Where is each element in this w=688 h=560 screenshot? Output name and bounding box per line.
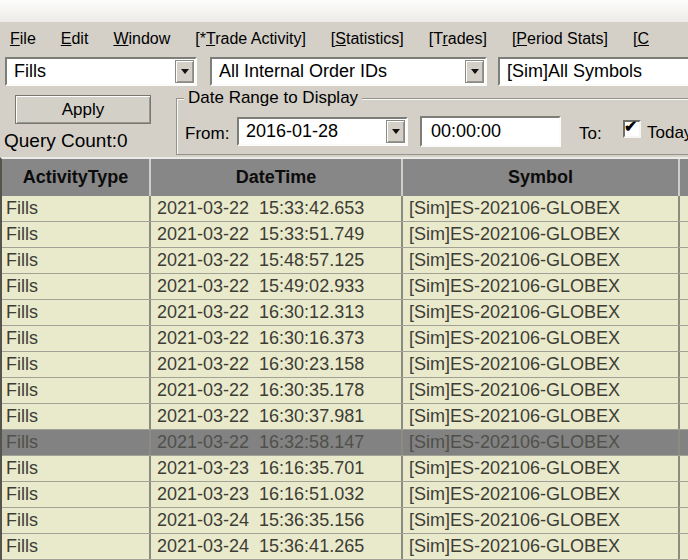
dropdown-arrow-icon[interactable] (465, 60, 484, 83)
cell-datetime: 2021-03-22 16:30:16.373 (151, 326, 403, 351)
symbol-combo[interactable]: [Sim]All Symbols (498, 57, 688, 86)
row-filler (680, 404, 688, 429)
table-row[interactable]: Fills2021-03-22 15:48:57.125[Sim]ES-2021… (2, 248, 688, 274)
header-cell-activity-type[interactable]: ActivityType (2, 159, 151, 196)
cell-datetime: 2021-03-22 15:49:02.933 (151, 274, 403, 299)
table-row[interactable]: Fills2021-03-22 16:30:37.981[Sim]ES-2021… (2, 404, 688, 430)
cell-datetime: 2021-03-22 16:30:37.981 (151, 404, 403, 429)
row-filler (680, 508, 688, 533)
triangle-down-icon (471, 69, 479, 74)
today-checkbox[interactable]: ✔ (623, 120, 641, 138)
table-row[interactable]: Fills2021-03-23 16:16:51.032[Sim]ES-2021… (2, 482, 688, 508)
table-body: Fills2021-03-22 15:33:42.653[Sim]ES-2021… (2, 196, 688, 560)
cell-activity: Fills (2, 352, 151, 377)
row-filler (680, 534, 688, 559)
menu-item-statistics[interactable]: [Statistics] (331, 30, 404, 48)
order-id-value: All Internal Order IDs (219, 61, 387, 81)
row-filler (680, 326, 688, 351)
cell-activity: Fills (2, 222, 151, 247)
menu-item-window[interactable]: Window (113, 30, 170, 48)
cell-datetime: 2021-03-23 16:16:51.032 (151, 482, 403, 507)
window-top-edge (0, 0, 688, 22)
menu-item-trade-activity[interactable]: [*Trade Activity] (195, 30, 306, 48)
cell-activity: Fills (2, 482, 151, 507)
table-row[interactable]: Fills2021-03-22 15:33:51.749[Sim]ES-2021… (2, 222, 688, 248)
from-date-combo[interactable]: 2016-01-28 (237, 117, 408, 146)
row-filler (680, 378, 688, 403)
order-id-combo[interactable]: All Internal Order IDs (210, 57, 487, 86)
header-cell-symbol[interactable]: Symbol (403, 159, 680, 196)
cell-symbol: [Sim]ES-202106-GLOBEX (403, 404, 680, 429)
cell-datetime: 2021-03-23 16:16:35.701 (151, 456, 403, 481)
activity-type-value: Fills (14, 61, 46, 81)
apply-button[interactable]: Apply (15, 95, 151, 124)
cell-activity: Fills (2, 378, 151, 403)
menu-bar: File Edit Window [*Trade Activity] [Stat… (0, 22, 688, 56)
cell-symbol: [Sim]ES-202106-GLOBEX (403, 326, 680, 351)
table-row[interactable]: Fills2021-03-22 15:49:02.933[Sim]ES-2021… (2, 274, 688, 300)
cell-symbol: [Sim]ES-202106-GLOBEX (403, 222, 680, 247)
table-row[interactable]: Fills2021-03-24 15:36:35.156[Sim]ES-2021… (2, 508, 688, 534)
table-header: ActivityType DateTime Symbol (2, 159, 688, 196)
cell-datetime: 2021-03-22 16:30:12.313 (151, 300, 403, 325)
table-row[interactable]: Fills2021-03-23 16:16:35.701[Sim]ES-2021… (2, 456, 688, 482)
table-row[interactable]: Fills2021-03-22 16:30:23.158[Sim]ES-2021… (2, 352, 688, 378)
row-filler (680, 430, 688, 455)
cell-activity: Fills (2, 248, 151, 273)
triangle-down-icon (392, 129, 400, 134)
table-row[interactable]: Fills2021-03-24 15:36:41.265[Sim]ES-2021… (2, 534, 688, 560)
to-label: To: (579, 124, 602, 144)
cell-activity: Fills (2, 430, 151, 455)
cell-datetime: 2021-03-22 16:30:35.178 (151, 378, 403, 403)
cell-activity: Fills (2, 196, 151, 221)
row-filler (680, 248, 688, 273)
cell-activity: Fills (2, 300, 151, 325)
cell-activity: Fills (2, 508, 151, 533)
cell-datetime: 2021-03-22 15:33:51.749 (151, 222, 403, 247)
symbol-value: [Sim]All Symbols (507, 61, 642, 81)
table-row[interactable]: Fills2021-03-22 16:30:35.178[Sim]ES-2021… (2, 378, 688, 404)
table-row-selected[interactable]: Fills2021-03-22 16:32:58.147[Sim]ES-2021… (2, 430, 688, 456)
activity-type-combo[interactable]: Fills (5, 57, 197, 86)
cell-symbol: [Sim]ES-202106-GLOBEX (403, 300, 680, 325)
triangle-down-icon (181, 69, 189, 74)
cell-symbol: [Sim]ES-202106-GLOBEX (403, 248, 680, 273)
menu-item-period-stats[interactable]: [Period Stats] (512, 30, 608, 48)
row-filler (680, 300, 688, 325)
cell-symbol: [Sim]ES-202106-GLOBEX (403, 274, 680, 299)
menu-item-file[interactable]: File (10, 30, 36, 48)
cell-datetime: 2021-03-22 15:33:42.653 (151, 196, 403, 221)
row-filler (680, 196, 688, 221)
dropdown-arrow-icon[interactable] (175, 60, 194, 83)
cell-datetime: 2021-03-22 16:30:23.158 (151, 352, 403, 377)
from-date-value: 2016-01-28 (246, 121, 338, 141)
cell-datetime: 2021-03-24 15:36:35.156 (151, 508, 403, 533)
query-count-label: Query Count:0 (4, 130, 128, 152)
cell-activity: Fills (2, 274, 151, 299)
header-filler (680, 159, 688, 196)
cell-datetime: 2021-03-22 16:32:58.147 (151, 430, 403, 455)
cell-symbol: [Sim]ES-202106-GLOBEX (403, 456, 680, 481)
dropdown-arrow-icon[interactable] (386, 120, 405, 143)
menu-item-trades[interactable]: [Trades] (429, 30, 487, 48)
table-row[interactable]: Fills2021-03-22 15:33:42.653[Sim]ES-2021… (2, 196, 688, 222)
cell-symbol: [Sim]ES-202106-GLOBEX (403, 352, 680, 377)
menu-item-edit[interactable]: Edit (61, 30, 89, 48)
cell-activity: Fills (2, 534, 151, 559)
cell-symbol: [Sim]ES-202106-GLOBEX (403, 534, 680, 559)
cell-activity: Fills (2, 326, 151, 351)
table-row[interactable]: Fills2021-03-22 16:30:12.313[Sim]ES-2021… (2, 300, 688, 326)
header-cell-datetime[interactable]: DateTime (151, 159, 403, 196)
row-filler (680, 352, 688, 377)
activity-table: ActivityType DateTime Symbol Fills2021-0… (0, 157, 688, 560)
row-filler (680, 456, 688, 481)
row-filler (680, 274, 688, 299)
cell-activity: Fills (2, 456, 151, 481)
from-time-input[interactable] (420, 116, 561, 147)
cell-datetime: 2021-03-22 15:48:57.125 (151, 248, 403, 273)
today-checkbox-label: Today (647, 123, 688, 143)
cell-symbol: [Sim]ES-202106-GLOBEX (403, 482, 680, 507)
date-range-group-label: Date Range to Display (184, 88, 362, 108)
menu-item-truncated[interactable]: [C (633, 30, 649, 48)
table-row[interactable]: Fills2021-03-22 16:30:16.373[Sim]ES-2021… (2, 326, 688, 352)
